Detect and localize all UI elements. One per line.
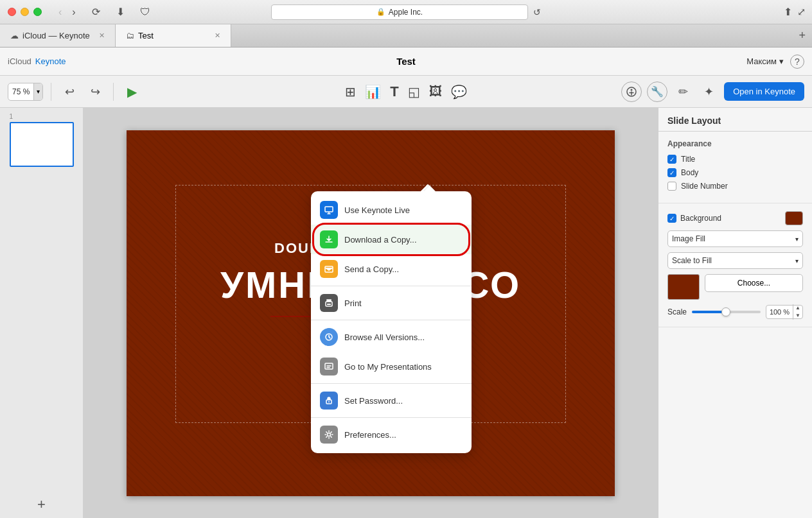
menu-download-copy[interactable]: Download a Copy...: [311, 225, 472, 254]
slide-number-label: Slide Number: [681, 182, 728, 191]
background-checkbox[interactable]: ✓: [667, 214, 676, 223]
keynote-label[interactable]: Keynote: [35, 56, 66, 66]
wrench-icon-button[interactable]: 🔧: [647, 82, 667, 102]
reload-left-button[interactable]: ⟳: [86, 2, 107, 22]
background-swatch[interactable]: [785, 211, 803, 225]
scale-step-up[interactable]: ▲: [793, 304, 802, 312]
scale-label: Scale: [667, 307, 687, 316]
scale-step-down[interactable]: ▼: [793, 312, 802, 320]
body-checkbox[interactable]: ✓: [667, 168, 676, 177]
title-checkbox[interactable]: ✓: [667, 155, 676, 164]
browse-versions-icon: [320, 328, 338, 346]
dropdown-menu: Use Keynote Live Download a Copy... Send…: [311, 191, 472, 453]
tab-test-close[interactable]: ✕: [215, 31, 220, 40]
menu-set-password[interactable]: Set Password...: [311, 386, 472, 415]
slide-number-checkbox[interactable]: [667, 182, 676, 191]
scale-stepper[interactable]: ▲ ▼: [793, 304, 802, 319]
menu-use-keynote-live[interactable]: Use Keynote Live: [311, 195, 472, 225]
annotate-button[interactable]: ✏: [673, 82, 693, 102]
tab-test-label: Test: [138, 31, 154, 40]
tab-icloud[interactable]: ☁ iCloud — Keynote ✕: [0, 24, 116, 47]
download-copy-icon: [320, 230, 338, 248]
share-icon-button[interactable]: ⬆: [784, 6, 792, 18]
title-checkbox-row: ✓ Title: [667, 155, 803, 164]
tab-icloud-close[interactable]: ✕: [99, 31, 105, 40]
app-bar: iCloud Keynote Test Максим ▾ ?: [0, 47, 812, 76]
minimize-button[interactable]: [21, 8, 29, 16]
magic-wand-button[interactable]: ✦: [698, 82, 719, 102]
menu-pointer: [423, 185, 436, 191]
chart-icon[interactable]: 📊: [365, 84, 381, 99]
choose-button[interactable]: Choose...: [705, 274, 803, 292]
send-copy-icon: [320, 260, 338, 278]
toolbar-right: 🔧 ✏ ✦ Open in Keynote: [621, 82, 804, 102]
nav-buttons: ‹ ›: [55, 5, 80, 19]
title-label: Title: [681, 155, 695, 164]
comment-icon[interactable]: 💬: [451, 84, 467, 99]
table-icon[interactable]: ⊞: [345, 84, 356, 99]
main-area: 1 + DOUBLE-CLICK TO EDIT УМНЫЙ ТЕКСО: [0, 108, 812, 518]
scale-slider[interactable]: [692, 311, 761, 313]
svg-rect-5: [327, 304, 331, 305]
preferences-label: Preferences...: [344, 430, 396, 440]
text-icon[interactable]: T: [390, 83, 398, 100]
appearance-section: Appearance ✓ Title ✓ Body Slide Number: [658, 132, 812, 203]
help-button[interactable]: ?: [790, 55, 804, 69]
scale-value-box: 100 % ▲ ▼: [766, 305, 803, 319]
menu-browse-versions[interactable]: Browse All Versions...: [311, 322, 472, 352]
slide-1-container: 1: [10, 113, 74, 167]
reload-button[interactable]: ↺: [533, 7, 541, 17]
svg-point-10: [328, 433, 331, 436]
print-label: Print: [344, 298, 362, 308]
app-bar-right: Максим ▾ ?: [746, 55, 804, 69]
scale-to-fill-label: Scale to Fill: [672, 256, 712, 265]
shield-button[interactable]: 🛡: [135, 2, 155, 22]
menu-go-presentations[interactable]: Go to My Presentations: [311, 352, 472, 381]
tab-test[interactable]: 🗂 Test ✕: [116, 24, 231, 47]
toolbar-separator-2: [113, 83, 114, 101]
menu-preferences[interactable]: Preferences...: [311, 420, 472, 449]
slide-panel: 1 +: [0, 108, 84, 518]
icloud-label: iCloud: [8, 56, 31, 66]
document-title: Test: [396, 56, 416, 67]
forward-button[interactable]: ›: [68, 5, 79, 19]
image-icon[interactable]: 🖼: [429, 84, 442, 99]
url-bar[interactable]: 🔒 Apple Inc.: [271, 4, 528, 20]
scale-to-fill-select[interactable]: Scale to Fill ▾: [667, 252, 803, 269]
fullscreen-button[interactable]: ⤢: [797, 6, 806, 18]
zoom-control[interactable]: 75 % ▾: [8, 83, 43, 101]
add-slide-button[interactable]: +: [37, 496, 46, 513]
tab-bar: ☁ iCloud — Keynote ✕ 🗂 Test ✕ +: [0, 24, 812, 47]
background-thumbnail: [667, 274, 700, 300]
back-button[interactable]: ‹: [55, 5, 66, 19]
slide-1-thumbnail[interactable]: [10, 122, 74, 167]
undo-button[interactable]: ↩: [59, 82, 80, 102]
shape-icon[interactable]: ◱: [408, 84, 420, 99]
play-button[interactable]: ▶: [121, 82, 142, 102]
toolbar: 75 % ▾ ↩ ↪ ▶ ⊞ 📊 T ◱ 🖼 💬 🔧 ✏ ✦ Open in K…: [0, 76, 812, 108]
zoom-arrow[interactable]: ▾: [33, 83, 42, 100]
accessibility-icon-button[interactable]: [621, 82, 642, 102]
toolbar-center-tools: ⊞ 📊 T ◱ 🖼 💬: [345, 83, 466, 100]
menu-divider-2: [311, 320, 472, 320]
redo-button[interactable]: ↪: [85, 82, 105, 102]
title-bar: ‹ › ⟳ ⬇ 🛡 🔒 Apple Inc. ↺ ⬆ ⤢: [0, 0, 812, 24]
close-button[interactable]: [8, 8, 16, 16]
keynote-live-icon: [320, 201, 338, 219]
user-menu-button[interactable]: Максим ▾: [746, 56, 784, 66]
image-fill-select[interactable]: Image Fill ▾: [667, 230, 803, 247]
new-tab-button[interactable]: +: [792, 29, 812, 42]
right-panel: Slide Layout Appearance ✓ Title ✓ Body S…: [658, 108, 812, 518]
menu-print[interactable]: Print: [311, 288, 472, 318]
user-chevron-icon: ▾: [779, 56, 784, 66]
send-copy-label: Send a Copy...: [344, 264, 399, 274]
download-button[interactable]: ⬇: [110, 2, 131, 22]
svg-point-9: [328, 401, 330, 402]
go-presentations-icon: [320, 358, 338, 376]
menu-divider-1: [311, 286, 472, 286]
background-section: ✓ Background Image Fill ▾ Scale to Fill …: [658, 203, 812, 327]
open-keynote-button[interactable]: Open in Keynote: [724, 82, 804, 101]
menu-send-copy[interactable]: Send a Copy...: [311, 254, 472, 284]
preferences-icon: [320, 426, 338, 444]
maximize-button[interactable]: [33, 8, 42, 16]
